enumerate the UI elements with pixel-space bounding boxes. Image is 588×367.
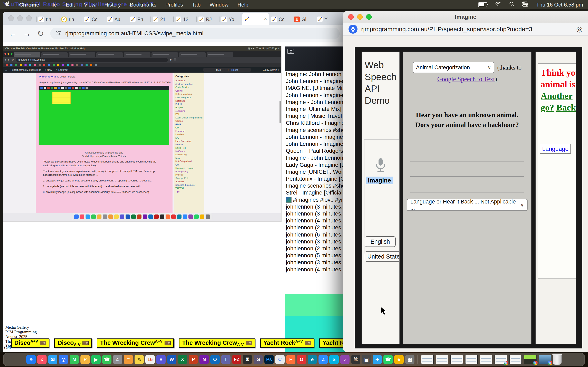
browser-tab[interactable]: Cc <box>82 14 105 25</box>
video-title[interactable]: Queen + Paul Rodgers <box>286 147 343 154</box>
reload-button[interactable]: ↻ <box>37 29 44 38</box>
dock-app-icon[interactable]: ♜ <box>243 355 252 364</box>
browser-tab[interactable]: Y <box>315 14 338 25</box>
dock-app-icon[interactable]: ◎ <box>59 355 68 364</box>
menu-app-name[interactable]: Chrome <box>19 2 39 8</box>
imagine-url-bar[interactable]: rjmprogramming.com.au/PHP/speech_supervi… <box>343 23 588 36</box>
close-window-button[interactable] <box>8 15 14 21</box>
browser-tab[interactable]: 21 <box>151 14 173 25</box>
eye-icon[interactable]: ◎ <box>576 25 583 33</box>
browser-tab[interactable]: × <box>242 13 269 25</box>
video-list-item[interactable]: #imagines #love #yn <box>286 196 346 203</box>
browser-tab[interactable]: RJ <box>196 14 219 25</box>
video-list-item[interactable]: Imagine [UNICEF: Worl <box>286 168 346 175</box>
video-title[interactable]: Lady Gaga - Imagine [L <box>286 161 345 168</box>
video-list-item[interactable]: John Lennon - imagine <box>286 133 346 141</box>
menu-item[interactable]: History <box>104 2 121 8</box>
playlist-button[interactable]: Yacht RockA+V <box>260 338 314 348</box>
dock-app-icon[interactable]: ≡ <box>156 355 165 364</box>
video-list-item[interactable]: Queen + Paul Rodgers <box>286 147 346 154</box>
dock-window-thumbnail[interactable] <box>480 355 493 364</box>
dock-app-icon[interactable]: F <box>286 355 295 364</box>
video-title[interactable]: Strei - Imagine [Official V <box>286 189 346 196</box>
playlist-button[interactable]: DiscoA-V <box>54 338 92 348</box>
browser-tab[interactable]: ✓ rjn <box>59 14 82 25</box>
video-list-item[interactable]: johnlennon (4 minutes, <box>286 217 346 224</box>
dock-app-icon[interactable]: G <box>254 355 263 364</box>
video-list-item[interactable]: johnlennon (3 minutes, <box>286 238 346 245</box>
wifi-icon[interactable] <box>495 2 502 8</box>
dock-app-icon[interactable]: O <box>210 355 220 364</box>
dock-app-icon[interactable]: Ps <box>264 355 274 364</box>
video-list-item[interactable]: Imagine - John Lennon <box>286 154 346 161</box>
menu-item[interactable]: Bookmarks <box>130 2 156 8</box>
video-title[interactable]: Imagine [UNICEF: Worl <box>286 168 345 175</box>
dock-window-thumbnail[interactable] <box>494 355 507 364</box>
video-title[interactable]: Imagine | Music Travel L <box>286 113 346 119</box>
dock-app-icon[interactable]: e <box>308 355 317 364</box>
dock-window-thumbnail[interactable] <box>436 355 448 364</box>
dock-app-icon[interactable]: = <box>124 355 133 364</box>
video-list-item[interactable]: Imagine [Ultimate Mix] ( <box>286 106 346 113</box>
back-link[interactable]: Back <box>556 103 576 113</box>
video-list-item[interactable]: johnlennon (2 minutes, 4 <box>286 245 346 252</box>
video-list-item[interactable]: Pentatonix - Imagine [O <box>286 175 346 182</box>
menu-item[interactable]: View <box>84 2 95 8</box>
browser-tab[interactable]: 12 <box>173 14 196 25</box>
dock-window-thumbnail[interactable] <box>421 355 434 364</box>
dock-app-icon[interactable]: ★ <box>394 355 404 364</box>
video-title[interactable]: johnlennon (4 minutes, <box>286 217 343 224</box>
back-button[interactable]: ← <box>9 29 17 38</box>
video-title[interactable]: IMAGINE. [Ultimate Mix <box>286 85 345 92</box>
video-title[interactable]: johnlennon (2 minutes, 3 <box>286 224 346 231</box>
dock-app-icon[interactable]: ♪ <box>340 355 350 364</box>
window-controls[interactable] <box>5 12 36 25</box>
dock-app-icon[interactable]: ✉ <box>48 355 57 364</box>
dock-window-thumbnail[interactable] <box>524 355 536 364</box>
dock-window-thumbnail[interactable] <box>450 355 463 364</box>
browser-tab[interactable]: Cc <box>269 14 292 25</box>
video-list-item[interactable]: Imagine | Music Travel L <box>286 113 346 119</box>
menu-bar-clock[interactable]: Thu 16 Oct 6:58 pm <box>536 2 583 8</box>
inner-scrollbar-thumb[interactable] <box>279 101 281 123</box>
video-list-item[interactable]: Strei - Imagine [Official V <box>286 189 346 196</box>
video-list-item[interactable]: John Lennon - Imagine <box>286 141 346 147</box>
dock-app-icon[interactable]: O <box>297 355 306 364</box>
dock-app-icon[interactable]: ☺ <box>113 355 122 364</box>
menu-item[interactable]: Profiles <box>165 2 183 8</box>
dock-app-icon[interactable]: N <box>199 355 209 364</box>
control-center-icon[interactable] <box>522 1 528 8</box>
minimize-window-button[interactable] <box>17 15 23 21</box>
dock-app-icon[interactable]: T <box>221 355 231 364</box>
imagine-title-bar[interactable]: Imagine <box>343 11 588 23</box>
address-bar[interactable]: rjmprogramming.com.au/HTMLCSS/swipe_medi… <box>50 28 340 39</box>
dock-app-icon[interactable]: ☺ <box>26 355 36 364</box>
dock-app-icon[interactable]: ▣ <box>362 355 371 364</box>
video-title[interactable]: John Lennon - imagine <box>286 133 343 141</box>
video-list-item[interactable]: Imagine - John Lennon <box>286 99 346 106</box>
dock-app-icon[interactable]: C <box>275 355 285 364</box>
video-list-item[interactable]: johnlennon (3 minutes, 8 <box>286 203 346 210</box>
video-title[interactable]: johnlennon (6 minutes, 9 <box>286 231 346 238</box>
menu-item[interactable]: Tab <box>192 2 201 8</box>
video-list-item[interactable]: Chris Kläfford - Imagine <box>286 119 346 126</box>
language-select[interactable]: Language or Hear it Back ... Not Applica… <box>407 199 527 211</box>
site-settings-icon[interactable] <box>56 30 62 37</box>
browser-tab[interactable]: Yo <box>219 14 242 25</box>
video-list-item[interactable]: Lady Gaga - Imagine [L <box>286 161 346 168</box>
transcript-text[interactable]: Imagine <box>366 176 393 184</box>
video-list-item[interactable]: Imagine scenarios #sho <box>286 127 346 133</box>
video-title[interactable]: John Lennon - Imagine <box>286 92 343 99</box>
dock-window-thumbnail[interactable] <box>509 355 522 364</box>
dock-app-icon[interactable]: Z <box>319 355 328 364</box>
browser-tab[interactable]: E Gi <box>292 14 315 25</box>
dock-app-icon[interactable]: ⌘ <box>351 355 360 364</box>
google-speech-link[interactable]: Google Speech to Text <box>437 75 495 83</box>
video-title[interactable]: johnlennon (5 minutes, 4 <box>286 252 346 259</box>
video-title[interactable]: #imagines #love #yn <box>293 196 344 203</box>
video-title[interactable]: johnlennon (4 minutes, <box>286 266 343 273</box>
video-title[interactable]: Imagine - John Lennon <box>286 99 343 106</box>
browser-tab[interactable]: rjn <box>36 14 59 25</box>
video-list-item[interactable]: Imagine scenarios #sho <box>286 182 346 189</box>
playlist-button[interactable]: Yacht RockA-V <box>319 338 346 348</box>
